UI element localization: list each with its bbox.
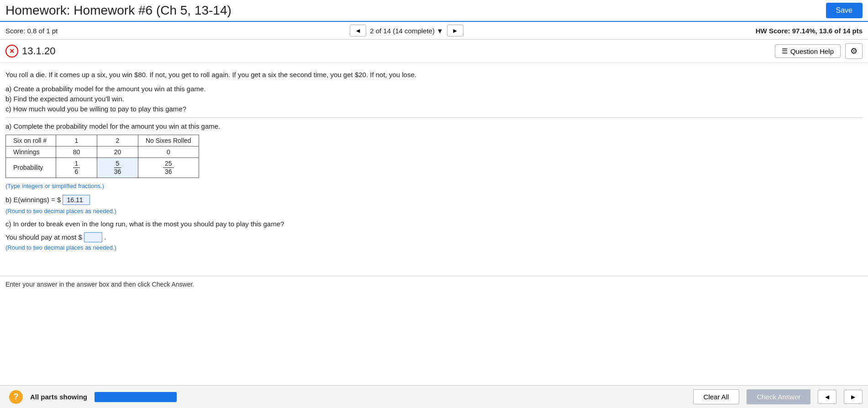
winnings-1: 80: [56, 146, 97, 158]
part-b-area: b) E(winnings) = $ 16.11: [5, 195, 863, 205]
prob3-denominator: 36: [163, 168, 174, 176]
score-bar: Score: 0.8 of 1 pt ◄ 2 of 14 (14 complet…: [0, 22, 868, 40]
winnings-label: Winnings: [6, 146, 56, 158]
nav-next-button[interactable]: ►: [447, 25, 463, 37]
part-c-instruction: c) In order to break even in the long ru…: [5, 220, 863, 228]
problem-part-c-desc: c) How much would you be willing to pay …: [5, 105, 863, 113]
part-c-answer-area: You should pay at most $ .: [5, 232, 863, 242]
part-b-hint: (Round to two decimal places as needed.): [5, 208, 863, 214]
page-title: Homework: Homework #6 (Ch 5, 13-14): [5, 3, 231, 18]
question-help-label: Question Help: [790, 47, 834, 55]
gear-icon: ⚙: [850, 47, 857, 56]
table-header-1: 1: [56, 135, 97, 146]
wrong-icon: ✕: [5, 45, 18, 58]
part-a-hint: (Type integers or simplified fractions.): [5, 183, 863, 189]
part-c-input[interactable]: [84, 232, 102, 242]
nav-dropdown-icon: ▼: [437, 27, 443, 35]
probability-label: Probability: [6, 158, 56, 178]
part-c-hint: (Round to two decimal places as needed.): [5, 244, 863, 251]
score-center: ◄ 2 of 14 (14 complete) ▼ ►: [350, 25, 463, 37]
hw-score-label: HW Score:: [756, 27, 790, 35]
save-button[interactable]: Save: [826, 3, 863, 18]
part-b-label: b) E(winnings) = $: [5, 196, 61, 204]
score-label: Score:: [5, 27, 25, 35]
list-icon: ☰: [782, 47, 788, 55]
question-header: ✕ 13.1.20 ☰ Question Help ⚙: [0, 40, 868, 63]
footer-hint: Enter your answer in the answer box and …: [0, 276, 868, 293]
hw-score-value: 97.14%, 13.6 of 14 pts: [792, 27, 863, 35]
nav-current-text: 2 of 14 (14 complete): [370, 27, 435, 35]
score-value: 0.8 of 1 pt: [27, 27, 58, 35]
prob2-numerator: 5: [114, 160, 121, 168]
question-id-area: ✕ 13.1.20: [5, 45, 55, 58]
fraction-2: 5 36: [112, 160, 123, 176]
score-left: Score: 0.8 of 1 pt: [5, 27, 58, 35]
fraction-1: 1 6: [73, 160, 80, 176]
problem-text: You roll a die. If it comes up a six, yo…: [5, 69, 863, 80]
score-right: HW Score: 97.14%, 13.6 of 14 pts: [756, 27, 863, 35]
table-header-label: Six on roll #: [6, 135, 56, 146]
prob-cell-1: 1 6: [56, 158, 97, 178]
prob-cell-3: 25 36: [138, 158, 199, 178]
question-help-button[interactable]: ☰ Question Help: [775, 44, 841, 58]
header: Homework: Homework #6 (Ch 5, 13-14) Save: [0, 0, 868, 22]
problem-part-b-desc: b) Find the expected amount you'll win.: [5, 95, 863, 103]
table-header-no-sixes: No Sixes Rolled: [138, 135, 199, 146]
table-header-2: 2: [97, 135, 138, 146]
prob2-denominator: 36: [112, 168, 123, 176]
prob1-numerator: 1: [73, 160, 80, 168]
settings-button[interactable]: ⚙: [845, 43, 863, 59]
part-a-instruction: a) Complete the probability model for th…: [5, 122, 863, 130]
prob-cell-2[interactable]: 5 36: [97, 158, 138, 178]
wrong-symbol: ✕: [9, 47, 15, 55]
main-content: You roll a die. If it comes up a six, yo…: [0, 63, 868, 262]
part-c-suffix: .: [104, 233, 106, 241]
prob3-numerator: 25: [163, 160, 174, 168]
question-id: 13.1.20: [22, 45, 55, 57]
fraction-3: 25 36: [163, 160, 174, 176]
winnings-3: 0: [138, 146, 199, 158]
expected-value-input[interactable]: 16.11: [63, 195, 90, 205]
nav-prev-button[interactable]: ◄: [350, 25, 366, 37]
part-c-label: You should pay at most $: [5, 233, 82, 241]
nav-dropdown[interactable]: 2 of 14 (14 complete) ▼: [370, 27, 443, 35]
footer-hint-text: Enter your answer in the answer box and …: [5, 281, 194, 288]
prob1-denominator: 6: [73, 168, 80, 176]
winnings-2: 20: [97, 146, 138, 158]
problem-part-a-desc: a) Create a probability model for the am…: [5, 85, 863, 93]
question-tools: ☰ Question Help ⚙: [775, 43, 863, 59]
probability-table: Six on roll # 1 2 No Sixes Rolled Winnin…: [5, 135, 199, 178]
